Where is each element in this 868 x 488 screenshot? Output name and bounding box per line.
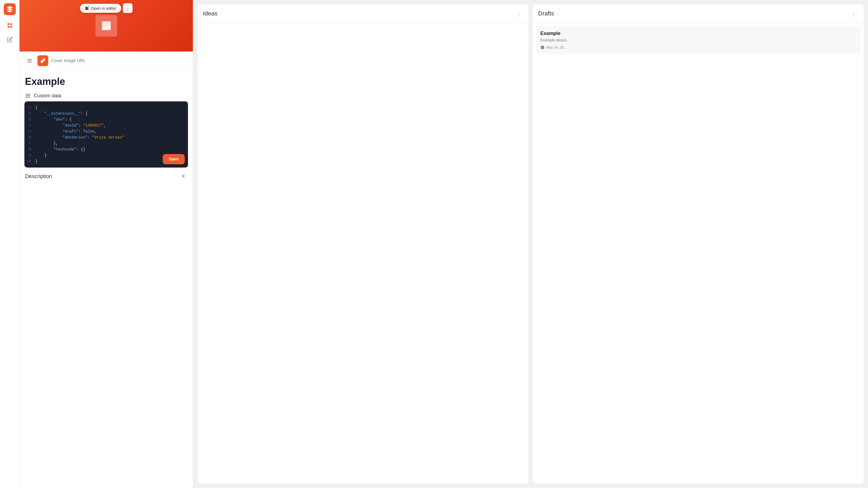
ideas-more-button[interactable]: ⋮ bbox=[514, 9, 523, 18]
sidebar-logo[interactable] bbox=[4, 3, 16, 15]
drafts-panel-title: Drafts bbox=[538, 10, 554, 17]
cover-image-area: Open in editor ⋮ bbox=[20, 0, 193, 52]
code-line-8: 8 "hashnode": {} bbox=[24, 147, 188, 152]
image-icon bbox=[100, 20, 112, 32]
pencil-icon bbox=[7, 37, 13, 42]
custom-data-icon bbox=[25, 93, 31, 99]
cover-url-input[interactable] bbox=[51, 58, 188, 63]
drafts-panel: Drafts ⋮ Example Example descri... May 2… bbox=[533, 4, 864, 484]
cover-image-placeholder bbox=[95, 15, 117, 37]
svg-rect-3 bbox=[10, 26, 12, 28]
logo-icon bbox=[6, 5, 13, 13]
code-editor[interactable]: 1 { 2 "__extensions__": { 3 "dev": { 4 bbox=[24, 101, 188, 167]
draft-card-example[interactable]: Example Example descri... May 24, 20... bbox=[536, 26, 860, 54]
cover-toolbar: Open in editor ⋮ bbox=[80, 3, 132, 13]
right-panels: Ideas ⋮ Drafts ⋮ Example Example descri.… bbox=[193, 0, 868, 488]
open-in-editor-label: Open in editor bbox=[91, 6, 116, 10]
sidebar bbox=[0, 0, 20, 488]
more-dots: ⋮ bbox=[125, 5, 130, 11]
menu-lines-icon bbox=[27, 58, 33, 64]
link-button[interactable] bbox=[37, 55, 48, 66]
description-close-button[interactable]: ✕ bbox=[179, 172, 187, 181]
svg-rect-1 bbox=[10, 23, 12, 25]
custom-data-header: Custom data bbox=[20, 90, 193, 101]
svg-point-5 bbox=[104, 23, 105, 25]
description-title: Description bbox=[25, 173, 52, 180]
ideas-panel-header: Ideas ⋮ bbox=[197, 4, 528, 23]
code-line-7: 7 }, bbox=[24, 140, 188, 147]
drafts-more-button[interactable]: ⋮ bbox=[849, 9, 858, 18]
sidebar-item-edit[interactable] bbox=[4, 34, 16, 45]
code-line-5: 5 "draft": false, bbox=[24, 129, 188, 134]
code-line-3: 3 "dev": { bbox=[24, 117, 188, 123]
ideas-panel: Ideas ⋮ bbox=[197, 4, 528, 484]
menu-lines-button[interactable] bbox=[24, 56, 35, 66]
svg-rect-12 bbox=[541, 46, 544, 49]
draft-card-title: Example bbox=[540, 31, 856, 36]
more-options-button[interactable]: ⋮ bbox=[123, 3, 133, 13]
draft-card-date-text: May 24, 20... bbox=[546, 45, 567, 50]
description-header: Description ✕ bbox=[20, 167, 193, 181]
svg-rect-2 bbox=[7, 26, 9, 28]
custom-data-label: Custom data bbox=[34, 93, 61, 99]
save-button[interactable]: Save bbox=[163, 154, 185, 164]
code-line-1: 1 { bbox=[24, 105, 188, 110]
edit-icon bbox=[85, 6, 89, 10]
code-line-4: 4 "devId": "1485817", bbox=[24, 123, 188, 129]
main-content: Open in editor ⋮ bbox=[20, 0, 868, 488]
drafts-panel-header: Drafts ⋮ bbox=[533, 4, 864, 23]
draft-card-date: May 24, 20... bbox=[540, 45, 856, 50]
ideas-panel-title: Ideas bbox=[203, 10, 218, 17]
article-title: Example bbox=[20, 70, 193, 90]
calendar-icon bbox=[540, 45, 545, 50]
open-in-editor-button[interactable]: Open in editor bbox=[80, 4, 121, 13]
editor-panel: Open in editor ⋮ bbox=[20, 0, 193, 488]
code-line-6: 6 "devSeries": "Vrite series" bbox=[24, 134, 188, 140]
svg-rect-0 bbox=[7, 23, 9, 25]
draft-card-description: Example descri... bbox=[540, 38, 856, 42]
sidebar-item-grid[interactable] bbox=[4, 20, 16, 31]
cover-url-row bbox=[20, 52, 193, 70]
grid-icon bbox=[7, 23, 13, 29]
code-line-2: 2 "__extensions__": { bbox=[24, 110, 188, 117]
link-icon bbox=[40, 58, 45, 63]
